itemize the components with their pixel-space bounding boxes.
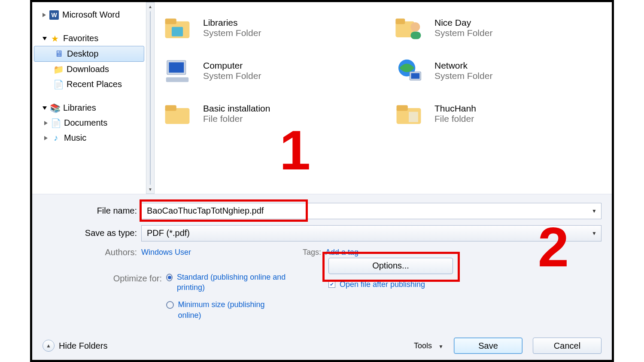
- nav-libraries[interactable]: 📚 Libraries: [32, 100, 146, 115]
- nav-recent[interactable]: 📄 Recent Places: [32, 77, 146, 92]
- opt-standard-label[interactable]: Standard (publishing online and printing…: [177, 272, 286, 293]
- nav-recent-label: Recent Places: [67, 79, 122, 89]
- hide-folders-toggle[interactable]: ▲: [43, 340, 55, 352]
- svg-rect-1: [165, 18, 176, 24]
- item-sub: System Folder: [203, 28, 261, 38]
- libraries-folder-icon: [162, 12, 193, 43]
- folder-icon: 📁: [54, 65, 63, 74]
- collapse-icon[interactable]: [43, 37, 47, 40]
- dropdown-icon: ▼: [438, 344, 444, 350]
- item-sub: File folder: [434, 114, 476, 124]
- svg-rect-17: [409, 112, 418, 122]
- filename-input[interactable]: BaoCaoThucTapTotNghiep.pdf ▼: [141, 203, 601, 219]
- list-item[interactable]: Nice Day System Folder: [393, 6, 608, 49]
- nav-libraries-label: Libraries: [63, 103, 96, 113]
- item-name: Network: [434, 60, 492, 71]
- optimize-label: Optimize for:: [43, 272, 166, 320]
- radio-minimum[interactable]: [166, 301, 174, 309]
- expand-icon[interactable]: [44, 121, 48, 125]
- annotation-1: 1: [279, 118, 310, 182]
- nav-word[interactable]: W Microsoft Word: [32, 7, 146, 22]
- tools-menu[interactable]: Tools ▼: [414, 341, 444, 350]
- save-panel: File name: BaoCaoThucTapTotNghiep.pdf ▼ …: [32, 194, 612, 360]
- save-button[interactable]: Save: [454, 338, 522, 354]
- item-name: Libraries: [203, 18, 261, 28]
- item-sub: System Folder: [203, 71, 261, 81]
- svg-rect-8: [169, 62, 184, 72]
- nav-music-label: Music: [64, 133, 86, 143]
- authors-label: Authors:: [43, 247, 141, 257]
- nav-favorites-label: Favorites: [63, 33, 98, 43]
- svg-rect-6: [410, 32, 421, 39]
- nav-documents[interactable]: 📄 Documents: [32, 115, 146, 130]
- open-after-label[interactable]: Open file after publishing: [340, 280, 425, 289]
- saveastype-value: PDF (*.pdf): [147, 228, 190, 238]
- nav-desktop-label: Desktop: [67, 49, 98, 59]
- nav-documents-label: Documents: [64, 118, 107, 128]
- network-icon: [393, 55, 424, 86]
- music-icon: ♪: [51, 133, 61, 143]
- item-name: Computer: [203, 60, 261, 71]
- open-after-checkbox[interactable]: ✔: [328, 281, 335, 288]
- nav-favorites[interactable]: ★ Favorites: [32, 31, 146, 46]
- hide-folders-label: Hide Folders: [59, 341, 107, 351]
- tools-label: Tools: [414, 341, 432, 350]
- nav-music[interactable]: ♪ Music: [32, 130, 146, 145]
- saveastype-select[interactable]: PDF (*.pdf) ▼: [141, 225, 601, 241]
- user-folder-icon: [393, 12, 424, 43]
- item-name: ThucHanh: [434, 103, 476, 114]
- nav-word-label: Microsoft Word: [62, 10, 120, 20]
- opt-minimum-label[interactable]: Minimum size (publishing online): [178, 299, 286, 320]
- cancel-button-label: Cancel: [554, 341, 580, 351]
- svg-point-5: [410, 22, 420, 32]
- svg-rect-14: [165, 105, 176, 111]
- libraries-icon: 📚: [50, 103, 60, 113]
- options-button[interactable]: Options...: [328, 258, 453, 274]
- filename-label: File name:: [43, 206, 141, 216]
- annotation-2: 2: [538, 215, 569, 279]
- authors-value[interactable]: Windows User: [141, 248, 191, 257]
- folder-icon: [162, 98, 193, 129]
- item-name: Basic installation: [203, 103, 270, 114]
- item-sub: System Folder: [434, 71, 492, 81]
- svg-rect-12: [411, 73, 419, 78]
- star-icon: ★: [50, 34, 60, 43]
- list-item[interactable]: Network System Folder: [393, 49, 608, 92]
- expand-icon[interactable]: [43, 13, 46, 17]
- svg-rect-2: [172, 27, 183, 36]
- desktop-icon: 🖥: [54, 49, 64, 59]
- save-button-label: Save: [478, 341, 498, 351]
- computer-icon: [162, 55, 193, 86]
- radio-standard[interactable]: [166, 274, 173, 281]
- item-sub: System Folder: [434, 28, 492, 38]
- nav-desktop[interactable]: 🖥 Desktop: [34, 46, 144, 62]
- folder-icon: [393, 98, 424, 129]
- expand-icon[interactable]: [44, 136, 48, 140]
- list-item[interactable]: Libraries System Folder: [162, 6, 376, 49]
- tags-label: Tags:: [303, 248, 321, 257]
- documents-icon: 📄: [51, 118, 61, 128]
- recent-icon: 📄: [54, 80, 63, 89]
- collapse-icon[interactable]: [43, 106, 47, 110]
- svg-rect-16: [397, 105, 408, 111]
- options-button-label: Options...: [372, 261, 409, 271]
- svg-rect-9: [166, 77, 189, 82]
- list-item[interactable]: ThucHanh File folder: [393, 92, 608, 135]
- list-item[interactable]: Basic installation File folder: [162, 92, 376, 135]
- item-sub: File folder: [203, 114, 270, 124]
- item-name: Nice Day: [434, 18, 492, 28]
- tags-hint[interactable]: Add a tag: [325, 248, 358, 257]
- saveastype-label: Save as type:: [43, 228, 141, 238]
- nav-tree: W Microsoft Word ★ Favorites 🖥 Desktop 📁…: [32, 2, 146, 194]
- list-item[interactable]: Computer System Folder: [162, 49, 376, 92]
- filename-value: BaoCaoThucTapTotNghiep.pdf: [147, 206, 264, 216]
- dropdown-icon[interactable]: ▼: [592, 208, 597, 214]
- dropdown-icon[interactable]: ▼: [592, 230, 597, 236]
- svg-rect-4: [395, 18, 405, 24]
- file-grid[interactable]: Libraries System Folder Nice Day System …: [146, 2, 612, 194]
- nav-downloads-label: Downloads: [67, 64, 109, 74]
- word-icon: W: [49, 10, 59, 20]
- cancel-button[interactable]: Cancel: [533, 338, 601, 354]
- nav-downloads[interactable]: 📁 Downloads: [32, 62, 146, 77]
